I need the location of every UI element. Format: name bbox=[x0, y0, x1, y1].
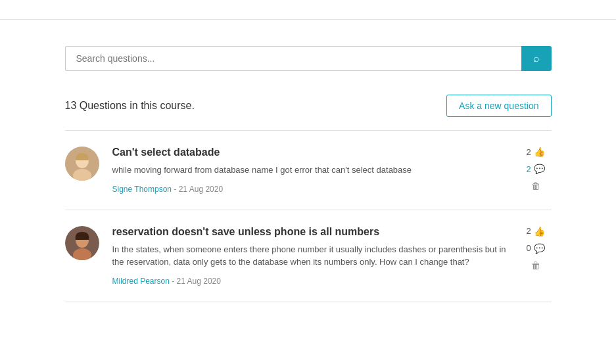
search-input[interactable] bbox=[65, 46, 521, 71]
delete-action[interactable]: 🗑 bbox=[531, 260, 540, 271]
questions-header: 13 Questions in this course. Ask a new q… bbox=[65, 95, 552, 117]
question-date: - 21 Aug 2020 bbox=[174, 185, 223, 194]
likes-count: 2 bbox=[526, 226, 531, 236]
thumbs-up-icon: 👍 bbox=[534, 226, 545, 237]
ask-new-question-button[interactable]: Ask a new question bbox=[446, 95, 551, 117]
question-actions: 2 👍 0 💬 🗑 bbox=[520, 226, 552, 271]
main-container: ⌕ 13 Questions in this course. Ask a new… bbox=[26, 20, 591, 329]
question-actions: 2 👍 2 💬 🗑 bbox=[520, 147, 552, 191]
search-row: ⌕ bbox=[65, 46, 552, 71]
top-bar bbox=[0, 0, 616, 20]
question-item: Can't select databade while moving forwa… bbox=[65, 131, 552, 210]
question-body-text: In the states, when someone enters there… bbox=[112, 243, 507, 269]
question-author[interactable]: Signe Thompson bbox=[112, 185, 172, 194]
avatar bbox=[65, 226, 99, 260]
thumbs-up-icon: 👍 bbox=[534, 147, 545, 157]
question-body-text: while moving forward from database name … bbox=[112, 164, 507, 177]
comment-icon: 💬 bbox=[534, 164, 545, 174]
trash-icon: 🗑 bbox=[531, 260, 540, 271]
likes-count: 2 bbox=[526, 147, 531, 157]
questions-list: Can't select databade while moving forwa… bbox=[65, 131, 552, 302]
comments-action[interactable]: 2 💬 bbox=[526, 164, 544, 174]
question-meta: Mildred Pearson - 21 Aug 2020 bbox=[112, 277, 507, 286]
comments-count: 2 bbox=[526, 164, 531, 174]
question-meta: Signe Thompson - 21 Aug 2020 bbox=[112, 185, 507, 194]
comments-count: 0 bbox=[526, 243, 531, 253]
question-body: Can't select databade while moving forwa… bbox=[112, 147, 507, 194]
question-title: Can't select databade bbox=[112, 147, 507, 158]
likes-action[interactable]: 2 👍 bbox=[526, 147, 544, 157]
likes-action[interactable]: 2 👍 bbox=[526, 226, 544, 237]
avatar bbox=[65, 147, 99, 181]
comment-icon: 💬 bbox=[534, 243, 545, 254]
delete-action[interactable]: 🗑 bbox=[531, 181, 540, 191]
question-title: reservation doesn't save unless phone is… bbox=[112, 226, 507, 238]
search-icon: ⌕ bbox=[533, 53, 540, 64]
question-body: reservation doesn't save unless phone is… bbox=[112, 226, 507, 286]
trash-icon: 🗑 bbox=[531, 181, 540, 191]
question-item: reservation doesn't save unless phone is… bbox=[65, 210, 552, 302]
search-button[interactable]: ⌕ bbox=[521, 46, 552, 71]
question-date: - 21 Aug 2020 bbox=[172, 277, 221, 286]
questions-count: 13 Questions in this course. bbox=[65, 100, 195, 112]
comments-action[interactable]: 0 💬 bbox=[526, 243, 544, 254]
question-author[interactable]: Mildred Pearson bbox=[112, 277, 170, 286]
